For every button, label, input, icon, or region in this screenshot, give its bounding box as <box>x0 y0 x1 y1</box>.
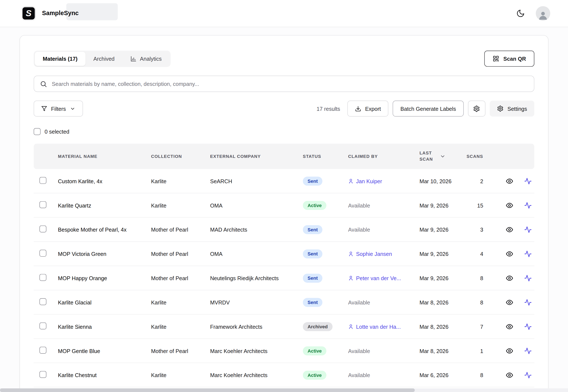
activity-button[interactable] <box>524 323 532 330</box>
claimed-by-label[interactable]: Sophie Jansen <box>356 251 392 257</box>
search-input[interactable] <box>52 81 528 87</box>
col-status[interactable]: STATUS <box>303 154 348 159</box>
table-row: Karlite Glacial Karlite MVRDV Sent Avail… <box>34 290 534 315</box>
company-cell: Marc Koehler Architects <box>210 372 303 378</box>
horizontal-scrollbar[interactable] <box>0 388 568 392</box>
status-cell: Active <box>303 201 348 210</box>
search-bar <box>34 76 534 92</box>
activity-icon <box>524 274 532 282</box>
filters-button[interactable]: Filters <box>34 100 83 116</box>
claimed-by-cell: Sophie Jansen <box>348 251 420 257</box>
page: S SampleSync Materials (17) Archived Ana… <box>0 0 568 392</box>
row-checkbox[interactable] <box>39 371 46 378</box>
status-cell: Sent <box>303 176 348 185</box>
col-external-company[interactable]: EXTERNAL COMPANY <box>210 154 303 159</box>
material-name: Karlite Sienna <box>58 323 151 330</box>
scrollbar-thumb[interactable] <box>0 388 415 392</box>
qr-code-icon <box>493 56 499 62</box>
view-button[interactable] <box>506 201 513 209</box>
row-checkbox[interactable] <box>39 322 46 329</box>
view-button[interactable] <box>506 250 513 258</box>
view-button[interactable] <box>506 298 513 306</box>
row-checkbox[interactable] <box>39 201 46 208</box>
material-name: Karlite Quartz <box>58 202 151 208</box>
row-checkbox[interactable] <box>39 177 46 184</box>
company-cell: SeARCH <box>210 178 303 184</box>
moon-icon <box>516 9 525 18</box>
view-button[interactable] <box>506 347 513 354</box>
view-button[interactable] <box>506 371 513 379</box>
claimed-by-cell: Available <box>348 226 420 233</box>
user-icon <box>348 178 353 184</box>
claimed-by-label: Available <box>348 226 370 233</box>
scans-cell: 1 <box>466 348 488 354</box>
status-cell: Archived <box>303 322 348 331</box>
claimed-by-label: Available <box>348 372 370 378</box>
eye-icon <box>506 298 513 306</box>
user-avatar[interactable] <box>536 6 550 21</box>
table-row: Karlite Quartz Karlite OMA Active Availa… <box>34 193 534 218</box>
select-all-checkbox[interactable] <box>34 128 41 135</box>
activity-icon <box>524 226 532 233</box>
col-claimed-by[interactable]: CLAIMED BY <box>348 154 420 159</box>
activity-button[interactable] <box>524 250 532 258</box>
claimed-by-label[interactable]: Jan Kuiper <box>356 178 382 184</box>
claimed-by-cell: Available <box>348 299 420 305</box>
activity-button[interactable] <box>524 274 532 282</box>
row-checkbox[interactable] <box>39 274 46 281</box>
tab-materials[interactable]: Materials (17) <box>35 52 86 66</box>
col-last-scan[interactable]: LAST SCAN <box>419 150 466 163</box>
activity-button[interactable] <box>524 298 532 306</box>
view-button[interactable] <box>506 323 513 330</box>
claimed-by-cell: Peter van der Ve... <box>348 275 420 281</box>
material-name: Bespoke Mother of Pearl, 4x <box>58 226 151 233</box>
collection-cell: Mother of Pearl <box>151 251 210 257</box>
activity-button[interactable] <box>524 226 532 233</box>
table-row: MOP Gentle Blue Mother of Pearl Marc Koe… <box>34 339 534 363</box>
claimed-by-label: Available <box>348 348 370 354</box>
col-collection[interactable]: COLLECTION <box>151 154 210 159</box>
row-checkbox[interactable] <box>39 347 46 354</box>
last-scan-cell: Mar 6, 2026 <box>419 372 466 378</box>
collection-cell: Mother of Pearl <box>151 275 210 281</box>
scan-qr-button[interactable]: Scan QR <box>484 51 534 67</box>
activity-button[interactable] <box>524 347 532 354</box>
activity-button[interactable] <box>524 201 532 209</box>
status-cell: Sent <box>303 274 348 282</box>
row-checkbox[interactable] <box>39 225 46 232</box>
claimed-by-label[interactable]: Lotte van der Ha... <box>356 323 401 330</box>
status-badge: Active <box>303 346 326 355</box>
status-badge: Active <box>303 201 326 210</box>
settings-icon-button[interactable] <box>468 100 485 116</box>
col-material-name[interactable]: MATERIAL NAME <box>58 154 151 159</box>
batch-generate-labels-button[interactable]: Batch Generate Labels <box>393 100 464 116</box>
company-cell: Neutelings Riedijk Architects <box>210 275 303 281</box>
collection-cell: Karlite <box>151 372 210 378</box>
view-button[interactable] <box>506 226 513 233</box>
selection-row: 0 selected <box>34 128 534 135</box>
sort-chevron-icon <box>440 154 446 159</box>
view-button[interactable] <box>506 177 513 185</box>
row-checkbox[interactable] <box>39 298 46 305</box>
scans-cell: 4 <box>466 251 488 257</box>
activity-button[interactable] <box>524 177 532 185</box>
app-title: SampleSync <box>42 10 79 17</box>
claimed-by-cell: Lotte van der Ha... <box>348 323 420 330</box>
table-row: Karlite Sienna Karlite Framework Archite… <box>34 314 534 339</box>
row-checkbox[interactable] <box>39 250 46 256</box>
settings-button[interactable]: Settings <box>490 100 534 116</box>
bar-chart-icon <box>131 56 137 62</box>
theme-toggle-button[interactable] <box>513 6 528 21</box>
gear-icon <box>497 105 504 112</box>
activity-button[interactable] <box>524 371 532 379</box>
brand: S SampleSync <box>22 7 79 20</box>
gear-icon <box>473 105 480 112</box>
col-scans[interactable]: SCANS <box>466 154 488 159</box>
tab-archived[interactable]: Archived <box>86 52 123 66</box>
tab-analytics[interactable]: Analytics <box>123 52 170 66</box>
material-name: MOP Happy Orange <box>58 275 151 281</box>
export-button[interactable]: Export <box>347 100 389 116</box>
claimed-by-label[interactable]: Peter van der Ve... <box>356 275 401 281</box>
activity-icon <box>524 201 532 209</box>
view-button[interactable] <box>506 274 513 282</box>
